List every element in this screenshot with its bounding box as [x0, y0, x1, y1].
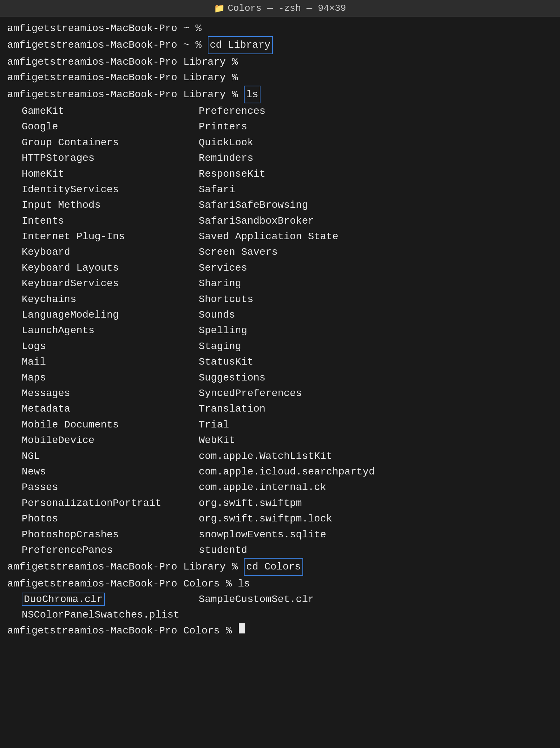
dir-item: org.swift.swiftpm	[199, 495, 542, 511]
directory-listing: GameKitGoogleGroup ContainersHTTPStorage…	[7, 103, 553, 558]
dir-item: Staging	[199, 339, 542, 354]
dir-item: Saved Application State	[199, 229, 542, 244]
dir-item: studentd	[199, 542, 542, 558]
dir-col-right: PreferencesPrintersQuickLookRemindersRes…	[195, 103, 542, 558]
dir-item: org.swift.swiftpm.lock	[199, 511, 542, 526]
dir-item: Input Methods	[22, 197, 195, 213]
dir-item: com.apple.WatchListKit	[199, 448, 542, 464]
dir-item: snowplowEvents.sqlite	[199, 527, 542, 542]
dir-item: SyncedPreferences	[199, 386, 542, 401]
terminal-line: amfigetstreamios-MacBook-Pro Library %	[7, 70, 553, 85]
dir-item: News	[22, 464, 195, 480]
dir-item: com.apple.internal.ck	[199, 480, 542, 495]
prompt: amfigetstreamios-MacBook-Pro ~ %	[7, 21, 208, 36]
terminal-line-cd-library: amfigetstreamios-MacBook-Pro ~ % cd Libr…	[7, 36, 553, 54]
dir-item: LaunchAgents	[22, 323, 195, 338]
dir-item: Internet Plug-Ins	[22, 229, 195, 244]
dir-item: WebKit	[199, 433, 542, 448]
dir-item: Printers	[199, 119, 542, 134]
dir-item: QuickLook	[199, 135, 542, 150]
dir-item: SafariSafeBrowsing	[199, 197, 542, 213]
dir-item: Services	[199, 260, 542, 276]
terminal-line: amfigetstreamios-MacBook-Pro Library %	[7, 54, 553, 70]
dir-item: Translation	[199, 401, 542, 417]
dir-item: com.apple.icloud.searchpartyd	[199, 464, 542, 480]
colors-dir-item: DuoChroma.clr	[22, 592, 195, 607]
dir-item: Keyboard	[22, 244, 195, 260]
dir-item: Keyboard Layouts	[22, 260, 195, 276]
dir-item: Trial	[199, 417, 542, 433]
colors-listing: DuoChroma.clrNSColorPanelSwatches.plist …	[7, 592, 553, 623]
dir-item: Group Containers	[22, 135, 195, 150]
terminal-line-ls: amfigetstreamios-MacBook-Pro Library % l…	[7, 86, 553, 103]
colors-col-left: DuoChroma.clrNSColorPanelSwatches.plist	[7, 592, 195, 623]
colors-dir-item: NSColorPanelSwatches.plist	[22, 607, 195, 623]
command-cd-colors: cd Colors	[244, 558, 303, 576]
dir-item: PreferencePanes	[22, 542, 195, 558]
dir-item: Spelling	[199, 323, 542, 338]
dir-item: Mobile Documents	[22, 417, 195, 433]
terminal-final-prompt: amfigetstreamios-MacBook-Pro Colors %	[7, 623, 553, 639]
colors-col-right: SampleCustomSet.clr	[195, 592, 542, 623]
dir-item: Sounds	[199, 307, 542, 323]
terminal-body: amfigetstreamios-MacBook-Pro ~ % amfiget…	[0, 17, 560, 642]
dir-item: Metadata	[22, 401, 195, 417]
dir-item: LanguageModeling	[22, 307, 195, 323]
terminal-line: amfigetstreamios-MacBook-Pro ~ %	[7, 21, 553, 36]
dir-item: IdentityServices	[22, 182, 195, 197]
duochroma-highlight: DuoChroma.clr	[22, 593, 105, 606]
prompt: amfigetstreamios-MacBook-Pro Colors %	[7, 623, 238, 639]
dir-item: NGL	[22, 448, 195, 464]
terminal-line-cd-colors: amfigetstreamios-MacBook-Pro Library % c…	[7, 558, 553, 576]
dir-item: MobileDevice	[22, 433, 195, 448]
dir-item: SafariSandboxBroker	[199, 213, 542, 229]
dir-item: PhotoshopCrashes	[22, 527, 195, 542]
title-bar: 📁 Colors — -zsh — 94×39	[0, 0, 560, 17]
dir-item: Logs	[22, 339, 195, 354]
dir-item: Preferences	[199, 103, 542, 119]
dir-item: Screen Savers	[199, 244, 542, 260]
dir-item: Sharing	[199, 276, 542, 291]
cursor	[239, 623, 245, 633]
dir-item: Shortcuts	[199, 292, 542, 307]
prompt: amfigetstreamios-MacBook-Pro Library %	[7, 559, 244, 575]
prompt: amfigetstreamios-MacBook-Pro Library %	[7, 70, 244, 85]
dir-item: Passes	[22, 480, 195, 495]
colors-dir-item: SampleCustomSet.clr	[199, 592, 542, 607]
dir-item: Mail	[22, 354, 195, 370]
prompt: amfigetstreamios-MacBook-Pro Colors % ls	[7, 576, 250, 592]
dir-item: Maps	[22, 370, 195, 386]
prompt: amfigetstreamios-MacBook-Pro Library %	[7, 87, 244, 102]
prompt: amfigetstreamios-MacBook-Pro ~ %	[7, 37, 208, 53]
dir-item: ResponseKit	[199, 166, 542, 182]
dir-item: Keychains	[22, 292, 195, 307]
dir-item: Intents	[22, 213, 195, 229]
dir-item: Photos	[22, 511, 195, 526]
dir-item: HTTPStorages	[22, 150, 195, 166]
dir-item: Google	[22, 119, 195, 134]
dir-item: KeyboardServices	[22, 276, 195, 291]
command-cd-library: cd Library	[208, 36, 273, 54]
dir-item: GameKit	[22, 103, 195, 119]
dir-item: Suggestions	[199, 370, 542, 386]
title-text: Colors — -zsh — 94×39	[228, 3, 346, 14]
terminal-line-colors-ls: amfigetstreamios-MacBook-Pro Colors % ls	[7, 576, 553, 592]
dir-item: Safari	[199, 182, 542, 197]
dir-item: StatusKit	[199, 354, 542, 370]
prompt: amfigetstreamios-MacBook-Pro Library %	[7, 54, 244, 70]
command-ls: ls	[244, 86, 260, 103]
dir-item: HomeKit	[22, 166, 195, 182]
dir-item: Reminders	[199, 150, 542, 166]
dir-item: Messages	[22, 386, 195, 401]
dir-item: PersonalizationPortrait	[22, 495, 195, 511]
folder-icon: 📁	[214, 3, 225, 14]
dir-col-left: GameKitGoogleGroup ContainersHTTPStorage…	[7, 103, 195, 558]
